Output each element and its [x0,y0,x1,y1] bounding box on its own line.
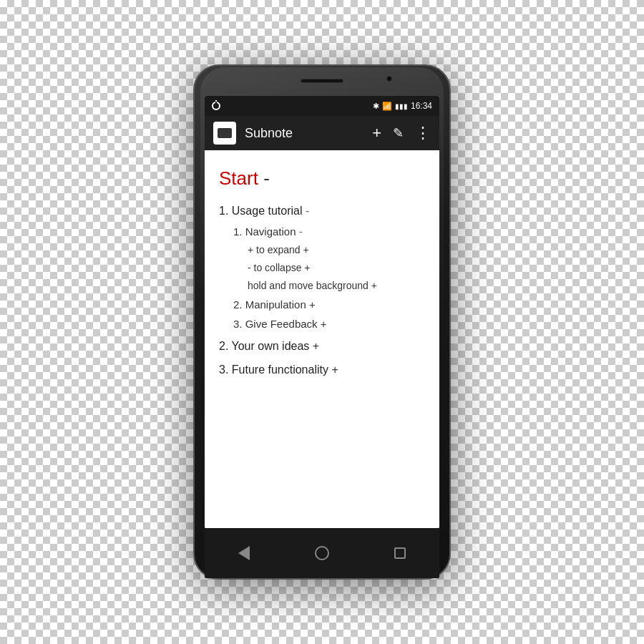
doc-title-text: Start [219,167,258,189]
sub-list-nav: + to expand + - to collapse + hold and m… [233,241,425,296]
add-button[interactable]: + [372,124,381,142]
back-button[interactable] [234,543,254,563]
item-label: 1. Usage tutorial [219,205,303,217]
battery-icon: ▮▮▮ [395,102,408,110]
item-dash: - [296,225,303,238]
phone-screen: ✱ 📶 ▮▮▮ 16:34 Subnote + ✎ ⋮ [205,96,439,528]
app-bar: Subnote + ✎ ⋮ [205,116,439,150]
edit-button[interactable]: ✎ [393,125,404,141]
expand-item: + to expand + [248,244,309,255]
list-item: hold and move background + [248,277,425,295]
item-plus: + [309,340,319,352]
status-bar: ✱ 📶 ▮▮▮ 16:34 [205,96,439,116]
list-item: 3. Give Feedback + [233,314,425,333]
back-icon [238,546,250,560]
main-list: 1. Usage tutorial - 1. Navigation - + to… [219,201,425,381]
phone-camera [386,76,392,82]
home-icon [315,546,329,560]
list-item: 1. Usage tutorial - 1. Navigation - + to… [219,201,425,333]
status-right: ✱ 📶 ▮▮▮ 16:34 [373,101,432,111]
status-left [212,102,220,110]
recents-icon [394,547,406,559]
list-item: 2. Your own ideas + [219,336,425,357]
item-label: 1. Navigation [233,225,296,238]
home-button[interactable] [312,543,332,563]
status-time: 16:34 [411,101,432,111]
app-logo [213,122,236,145]
phone-body: ✱ 📶 ▮▮▮ 16:34 Subnote + ✎ ⋮ [193,64,451,580]
list-item: 1. Navigation - + to expand + - to colla… [233,222,425,296]
phone-speaker [301,79,343,83]
item-label: 3. Future functionality [219,364,328,376]
list-item: - to collapse + [248,259,425,277]
item-label: 2. Your own ideas [219,340,309,352]
screen-content: ✱ 📶 ▮▮▮ 16:34 Subnote + ✎ ⋮ [205,96,439,528]
bluetooth-icon: ✱ [373,102,379,111]
background-item: hold and move background + [248,280,377,291]
item-plus: + [328,364,338,376]
sub-list-1: 1. Navigation - + to expand + - to colla… [219,222,425,334]
recents-button[interactable] [390,543,410,563]
item-label: 2. Manipulation [233,298,306,311]
content-area: Start - 1. Usage tutorial - 1. Navigatio… [205,150,439,528]
list-item: 3. Future functionality + [219,360,425,381]
doc-title: Start - [219,167,425,190]
item-plus: + [306,298,316,311]
app-logo-inner [218,128,232,138]
list-item: 2. Manipulation + [233,295,425,314]
app-bar-actions: + ✎ ⋮ [372,124,431,142]
doc-title-dash: - [258,167,270,189]
signal-icon: 📶 [382,102,392,111]
app-title: Subnote [245,126,364,141]
item-plus: + [318,318,327,330]
power-icon [212,102,220,110]
item-label: 3. Give Feedback [233,318,318,330]
more-button[interactable]: ⋮ [415,124,431,142]
collapse-item: - to collapse + [248,262,311,273]
nav-bar [205,528,439,578]
item-dash: - [303,205,310,217]
list-item: + to expand + [248,241,425,259]
phone-device: ✱ 📶 ▮▮▮ 16:34 Subnote + ✎ ⋮ [193,64,451,580]
